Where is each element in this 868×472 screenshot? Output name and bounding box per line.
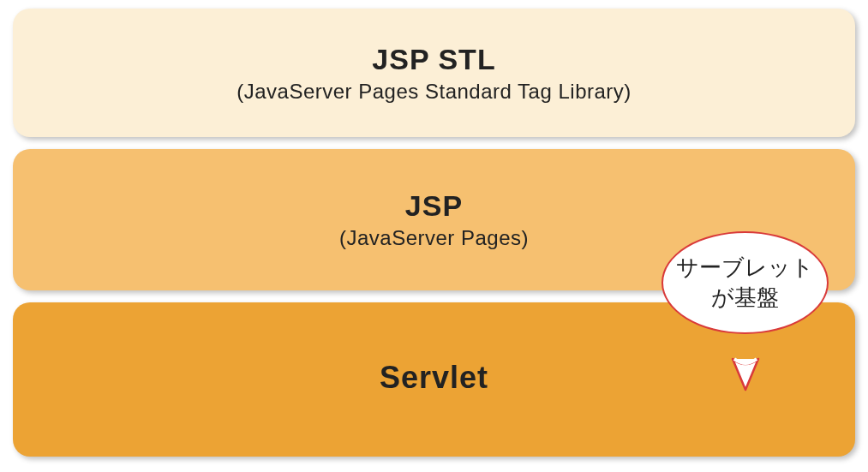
speech-bubble: サーブレット が基盤 [661,231,829,364]
layer-jspstl: JSP STL (JavaServer Pages Standard Tag L… [13,9,855,137]
layer-title: Servlet [380,360,488,396]
bubble-line1: サーブレット [676,253,814,283]
layer-title: JSP [405,189,463,223]
bubble-body: サーブレット が基盤 [661,231,829,334]
bubble-tail-icon [729,357,762,391]
bubble-line2: が基盤 [711,283,779,313]
layer-subtitle: (JavaServer Pages Standard Tag Library) [236,80,632,104]
layer-title: JSP STL [372,43,495,76]
layer-subtitle: (JavaServer Pages) [339,226,529,250]
